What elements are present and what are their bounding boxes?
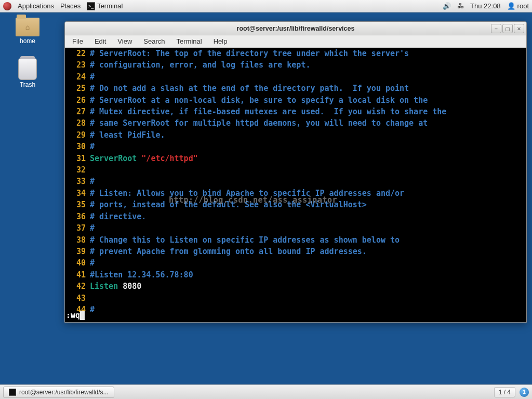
editor-line: 32: [65, 164, 526, 176]
line-number: 37: [65, 222, 90, 234]
line-number: 24: [65, 71, 90, 83]
editor-line: 25# Do not add a slash at the end of the…: [65, 83, 526, 94]
editor-line: 29# least PidFile.: [65, 129, 526, 141]
line-number: 29: [65, 129, 90, 141]
menu-file[interactable]: File: [72, 37, 83, 45]
bottom-panel: root@server:/usr/lib/firewalld/s... 1 / …: [0, 384, 532, 399]
line-content: # directive.: [90, 211, 146, 222]
line-number: 28: [65, 117, 90, 129]
line-content: [90, 164, 95, 176]
line-number: 43: [65, 292, 90, 304]
line-content: # Do not add a slash at the end of the d…: [90, 83, 409, 94]
clock[interactable]: Thu 22:08: [470, 2, 501, 10]
line-number: 36: [65, 211, 90, 222]
terminal-window: root@server:/usr/lib/firewalld/services …: [64, 21, 527, 323]
menu-edit[interactable]: Edit: [95, 37, 106, 45]
line-content: #Listen 12.34.56.78:80: [90, 269, 193, 281]
maximize-button[interactable]: ▢: [502, 24, 513, 33]
menu-search[interactable]: Search: [143, 37, 165, 45]
line-number: 34: [65, 188, 90, 199]
menu-terminal[interactable]: Terminal: [177, 37, 202, 45]
line-content: # ServerRoot: The top of the directory t…: [90, 48, 409, 59]
editor-line: 40#: [65, 257, 526, 269]
editor-line: 34# Listen: Allows you to bind Apache to…: [65, 188, 526, 199]
taskbar-button-terminal[interactable]: root@server:/usr/lib/firewalld/s...: [3, 387, 114, 398]
line-number: 38: [65, 234, 90, 246]
taskbar-button-label: root@server:/usr/lib/firewalld/s...: [19, 389, 109, 396]
editor-line: 44#: [65, 304, 526, 315]
user-menu[interactable]: 👤 root: [507, 2, 529, 10]
line-content: # Mutex directive, if file-based mutexes…: [90, 106, 446, 117]
vim-command-line[interactable]: :wq: [65, 310, 85, 321]
line-number: 23: [65, 59, 90, 71]
menu-view[interactable]: View: [117, 37, 132, 45]
desktop-icon-trash[interactable]: Trash: [18, 58, 37, 88]
editor-line: 41#Listen 12.34.56.78:80: [65, 269, 526, 281]
workspace-indicator[interactable]: 1 / 4: [494, 387, 515, 397]
text-cursor-icon: [80, 311, 85, 320]
vim-command-text: :wq: [66, 310, 80, 321]
line-number: 30: [65, 141, 90, 152]
line-content: # ServerRoot at a non-local disk, be sur…: [90, 95, 428, 106]
distro-logo-icon: [3, 2, 11, 10]
line-content: # prevent Apache from glomming onto all …: [90, 246, 367, 257]
terminal-icon: [9, 389, 16, 396]
line-number: 35: [65, 199, 90, 210]
line-content: #: [90, 71, 95, 83]
line-number: 39: [65, 246, 90, 257]
editor-line: 33#: [65, 176, 526, 187]
editor-line: 36# directive.: [65, 211, 526, 222]
terminal-icon: >_: [87, 2, 95, 10]
editor-line: 30#: [65, 141, 526, 152]
editor-line: 43: [65, 292, 526, 304]
line-number: 41: [65, 269, 90, 281]
user-icon: 👤: [507, 2, 515, 10]
folder-icon: ⌂: [16, 18, 39, 36]
line-content: # Change this to Listen on specific IP a…: [90, 234, 400, 246]
window-controls: – ▢ ✕: [491, 24, 524, 33]
line-number: 31: [65, 153, 90, 164]
terminal-body[interactable]: 22# ServerRoot: The top of the directory…: [65, 48, 526, 322]
notification-orb-icon[interactable]: 1: [520, 388, 529, 397]
volume-icon[interactable]: 🔊: [443, 2, 451, 10]
panel-running-app[interactable]: >_ Terminal: [87, 2, 123, 10]
editor-line: 27# Mutex directive, if file-based mutex…: [65, 106, 526, 117]
menubar: File Edit View Search Terminal Help: [65, 35, 526, 48]
network-icon[interactable]: 🖧: [457, 2, 464, 10]
line-content: #: [90, 222, 95, 234]
line-content: # Listen: Allows you to bind Apache to s…: [90, 188, 404, 199]
home-glyph-icon: ⌂: [25, 23, 30, 31]
menu-help[interactable]: Help: [214, 37, 228, 45]
desktop-icon-label: home: [20, 37, 35, 45]
menu-applications[interactable]: Applications: [18, 2, 54, 10]
line-content: #: [90, 304, 95, 315]
desktop-icon-label: Trash: [20, 81, 35, 88]
editor-line: 24#: [65, 71, 526, 83]
desktop-icons: ⌂ home Trash: [16, 18, 39, 88]
editor-line: 31ServerRoot "/etc/httpd": [65, 153, 526, 164]
line-content: # same ServerRoot for multiple httpd dae…: [90, 117, 428, 129]
line-number: 22: [65, 48, 90, 59]
line-number: 27: [65, 106, 90, 117]
editor-line: 26# ServerRoot at a non-local disk, be s…: [65, 95, 526, 106]
menu-places[interactable]: Places: [60, 2, 81, 10]
top-panel: Applications Places >_ Terminal 🔊 🖧 Thu …: [0, 0, 532, 12]
line-content: # configuration, error, and log files ar…: [90, 59, 310, 71]
close-button[interactable]: ✕: [514, 24, 524, 33]
window-titlebar[interactable]: root@server:/usr/lib/firewalld/services …: [65, 22, 526, 35]
line-content: #: [90, 176, 95, 187]
editor-line: 37#: [65, 222, 526, 234]
line-content: Listen 8080: [90, 281, 141, 292]
line-number: 26: [65, 95, 90, 106]
user-label: root: [517, 2, 529, 10]
trash-icon: [18, 58, 37, 80]
line-content: [90, 292, 95, 304]
minimize-button[interactable]: –: [491, 24, 501, 33]
editor-line: 23# configuration, error, and log files …: [65, 59, 526, 71]
line-content: # ports, instead of the default. See als…: [90, 199, 367, 210]
line-number: 32: [65, 164, 90, 176]
editor-line: 39# prevent Apache from glomming onto al…: [65, 246, 526, 257]
desktop-icon-home[interactable]: ⌂ home: [16, 18, 39, 45]
line-content: ServerRoot "/etc/httpd": [90, 153, 198, 164]
line-number: 40: [65, 257, 90, 269]
